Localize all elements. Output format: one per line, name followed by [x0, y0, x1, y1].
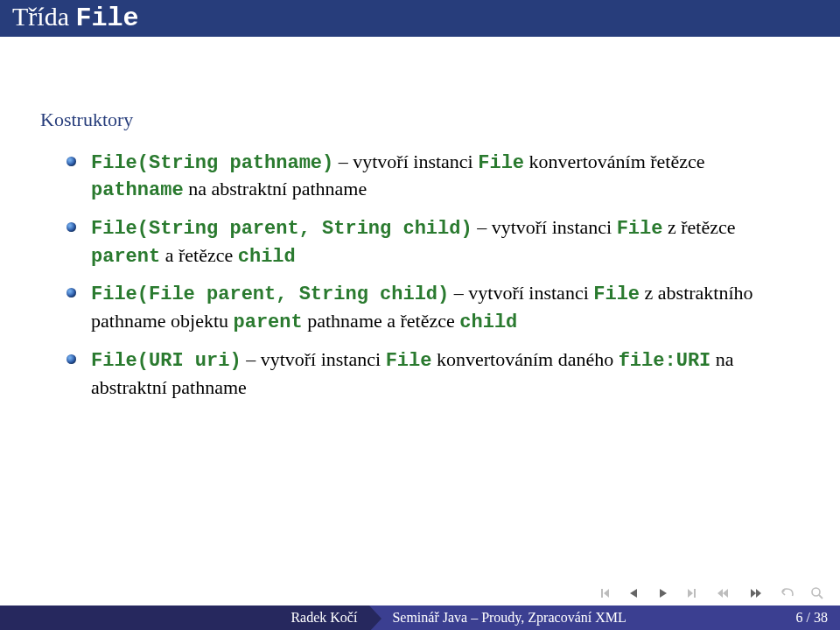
svg-line-3: [819, 595, 822, 598]
code-keyword: File(String pathname): [91, 152, 333, 174]
subheading: Kostruktory: [40, 107, 800, 133]
code-keyword: file:URI: [619, 350, 711, 372]
footer: Radek Kočí Seminář Java – Proudy, Zpraco…: [0, 581, 840, 630]
svg-rect-1: [694, 589, 696, 598]
text-run: – vytvoří instanci: [472, 216, 617, 238]
code-keyword: File(File parent, String child): [91, 284, 449, 305]
svg-rect-0: [601, 589, 603, 598]
nav-prev-icon[interactable]: [628, 588, 640, 598]
nav-controls: [0, 581, 840, 606]
code-keyword: File(URI uri): [91, 350, 242, 372]
footer-right: Seminář Java – Proudy, Zpracování XML 6 …: [369, 606, 840, 630]
text-run: z řetězce: [662, 216, 735, 238]
footer-page: 6 / 38: [796, 610, 828, 626]
nav-last-icon[interactable]: [684, 588, 700, 598]
nav-next-icon[interactable]: [656, 588, 668, 598]
text-run: a řetězce: [160, 244, 238, 266]
text-run: konvertováním řetězce: [524, 150, 704, 172]
text-run: – vytvoří instanci: [333, 150, 478, 172]
bullet-list: File(String pathname) – vytvoří instanci…: [66, 149, 800, 401]
text-run: konvertováním daného: [431, 348, 618, 370]
code-keyword: parent: [91, 246, 160, 268]
text-run: – vytvoří instanci: [242, 348, 386, 370]
footer-talk: Seminář Java – Proudy, Zpracování XML: [392, 610, 626, 626]
footer-bar: Radek Kočí Seminář Java – Proudy, Zpraco…: [0, 606, 840, 630]
code-keyword: File: [617, 218, 663, 240]
nav-search-icon[interactable]: [810, 586, 824, 600]
nav-next-section-icon[interactable]: [747, 588, 763, 598]
svg-point-2: [812, 588, 820, 596]
code-keyword: File(String parent, String child): [91, 218, 472, 240]
code-keyword: File: [478, 152, 524, 174]
text-run: – vytvoří instanci: [449, 282, 593, 304]
text-run: na abstraktní pathname: [184, 178, 368, 200]
text-run: pathname a řetězce: [303, 310, 460, 332]
nav-back-icon[interactable]: [779, 587, 794, 599]
title-prefix: Třída: [12, 2, 75, 31]
code-keyword: parent: [234, 312, 303, 333]
slide-body: Kostruktory File(String pathname) – vytv…: [0, 37, 840, 400]
code-keyword: child: [459, 312, 517, 333]
code-keyword: File: [386, 350, 432, 372]
code-keyword: File: [593, 284, 640, 305]
code-keyword: pathname: [91, 179, 184, 201]
nav-first-icon[interactable]: [597, 588, 612, 598]
list-item: File(File parent, String child) – vytvoř…: [66, 280, 800, 335]
list-item: File(String pathname) – vytvoří instanci…: [66, 149, 800, 204]
list-item: File(URI uri) – vytvoří instanci File ko…: [66, 346, 800, 400]
title-mono: File: [75, 4, 138, 33]
nav-prev-section-icon[interactable]: [716, 588, 732, 598]
slide-title: Třída File: [0, 0, 840, 37]
footer-author: Radek Kočí: [0, 606, 369, 630]
list-item: File(String parent, String child) – vytv…: [66, 214, 800, 270]
code-keyword: child: [238, 246, 296, 268]
